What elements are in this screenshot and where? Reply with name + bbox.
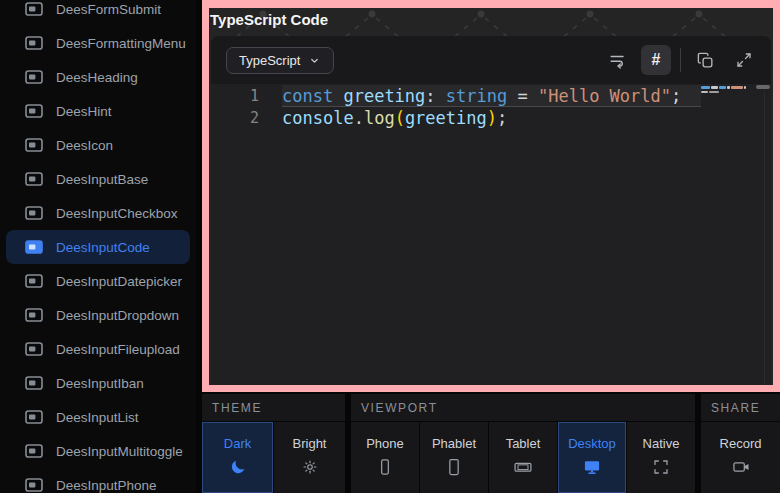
component-icon <box>25 240 43 254</box>
code-editor-area[interactable]: 1const greeting: string = "Hello World";… <box>211 84 771 385</box>
sidebar-item-label: DeesInputPhone <box>56 478 157 493</box>
word-wrap-icon <box>608 51 627 70</box>
sidebar-item-label: DeesInputMultitoggle <box>56 444 183 459</box>
sidebar-item-label: DeesInputBase <box>56 172 148 187</box>
sidebar-item-label: DeesInputDropdown <box>56 308 179 323</box>
editor-actions: # <box>602 45 759 75</box>
token-string: "Hello World" <box>538 86 671 106</box>
toolbar-buttons: DarkBrightPhonePhabletTabletDesktopNativ… <box>202 422 780 493</box>
theme-bright-button[interactable]: Bright <box>274 422 345 493</box>
copy-button[interactable] <box>690 45 720 75</box>
sidebar-item-deesformattingmenu[interactable]: DeesFormattingMenu <box>6 26 190 60</box>
token-keyword: string <box>446 86 507 106</box>
minimap-slider[interactable] <box>756 85 770 89</box>
scrollbar-track <box>764 92 765 385</box>
component-icon <box>25 2 43 16</box>
component-icon <box>25 410 43 424</box>
demo-surface: TypeScript Code TypeScript # <box>209 8 773 385</box>
share-record-button[interactable]: Record <box>701 422 780 493</box>
sidebar-item-deesinputbase[interactable]: DeesInputBase <box>6 162 190 196</box>
component-icon <box>25 172 43 186</box>
line-numbers-button[interactable]: # <box>641 45 671 75</box>
sidebar-item-label: DeesInputFileupload <box>56 342 180 357</box>
minimap[interactable] <box>701 86 753 95</box>
sun-icon <box>301 457 319 477</box>
component-icon <box>25 478 43 492</box>
demo-title: TypeScript Code <box>209 8 773 36</box>
fullscreen-button[interactable] <box>729 45 759 75</box>
tablet-icon <box>512 457 534 477</box>
line-number: 1 <box>211 85 282 107</box>
token-plain: = <box>507 86 538 106</box>
token-plain: ; <box>671 86 681 106</box>
button-label: Phablet <box>432 436 476 451</box>
hash-icon: # <box>652 51 661 69</box>
viewport-desktop-button[interactable]: Desktop <box>558 422 626 493</box>
section-theme: DarkBright <box>202 422 345 493</box>
main-panel: TypeScript Code TypeScript # <box>196 0 780 493</box>
sidebar-item-deesinputcheckbox[interactable]: DeesInputCheckbox <box>6 196 190 230</box>
code-line: 1const greeting: string = "Hello World"; <box>211 85 771 107</box>
token-plain <box>436 86 446 106</box>
token-keyword: const <box>282 86 333 106</box>
sidebar-item-deesinputcode[interactable]: DeesInputCode <box>6 230 190 264</box>
copy-icon <box>696 51 715 70</box>
sidebar: DeesFormSubmitDeesFormattingMenuDeesHead… <box>0 0 196 493</box>
language-select-label: TypeScript <box>239 53 300 68</box>
app-root: DeesFormSubmitDeesFormattingMenuDeesHead… <box>0 0 780 493</box>
language-select[interactable]: TypeScript <box>226 47 334 74</box>
button-label: Desktop <box>568 436 616 451</box>
component-icon <box>25 376 43 390</box>
section-share: Record <box>701 422 780 493</box>
sidebar-item-deesinputlist[interactable]: DeesInputList <box>6 400 190 434</box>
token-variable: greeting <box>405 108 487 128</box>
code-text: const greeting: string = "Hello World"; <box>282 85 701 107</box>
theme-dark-button[interactable]: Dark <box>202 422 273 493</box>
token-plain <box>333 86 343 106</box>
button-label: Tablet <box>506 436 541 451</box>
sidebar-item-label: DeesHeading <box>56 70 138 85</box>
section-label-share: SHARE <box>701 394 780 421</box>
section-label-theme: THEME <box>202 394 345 421</box>
sidebar-item-deesheading[interactable]: DeesHeading <box>6 60 190 94</box>
button-label: Record <box>720 436 762 451</box>
sidebar-item-label: DeesInputCheckbox <box>56 206 178 221</box>
viewport-phone-button[interactable]: Phone <box>351 422 419 493</box>
section-viewport: PhonePhabletTabletDesktopNative <box>351 422 695 493</box>
token-plain: ; <box>497 108 507 128</box>
component-icon <box>25 104 43 118</box>
sidebar-item-deesicon[interactable]: DeesIcon <box>6 128 190 162</box>
sidebar-item-deeshint[interactable]: DeesHint <box>6 94 190 128</box>
component-icon <box>25 308 43 322</box>
code-text: console.log(greeting); <box>282 107 701 129</box>
sidebar-item-label: DeesFormSubmit <box>56 2 161 17</box>
component-icon <box>25 70 43 84</box>
component-icon <box>25 36 43 50</box>
word-wrap-button[interactable] <box>602 45 632 75</box>
button-label: Bright <box>293 436 327 451</box>
sidebar-item-deesformsubmit[interactable]: DeesFormSubmit <box>6 0 190 26</box>
button-label: Dark <box>224 436 251 451</box>
token-plain: : <box>425 86 435 106</box>
viewport-native-button[interactable]: Native <box>627 422 695 493</box>
sidebar-item-label: DeesInputIban <box>56 376 144 391</box>
viewport-phablet-button[interactable]: Phablet <box>420 422 488 493</box>
sidebar-item-deesinputdropdown[interactable]: DeesInputDropdown <box>6 298 190 332</box>
viewport-tablet-button[interactable]: Tablet <box>489 422 557 493</box>
component-icon <box>25 138 43 152</box>
component-icon <box>25 342 43 356</box>
sidebar-item-deesinputfileupload[interactable]: DeesInputFileupload <box>6 332 190 366</box>
button-label: Native <box>643 436 680 451</box>
token-bracket: ) <box>487 108 497 128</box>
phablet-icon <box>444 457 464 477</box>
sidebar-item-deesinputmultitoggle[interactable]: DeesInputMultitoggle <box>6 434 190 468</box>
chevron-down-icon <box>308 54 321 67</box>
sidebar-item-label: DeesInputDatepicker <box>56 274 182 289</box>
sidebar-item-deesinputphone[interactable]: DeesInputPhone <box>6 468 190 493</box>
code-lines: 1const greeting: string = "Hello World";… <box>211 85 771 129</box>
desktop-icon <box>582 457 602 477</box>
sidebar-list: DeesFormSubmitDeesFormattingMenuDeesHead… <box>0 0 196 493</box>
sidebar-item-deesinputiban[interactable]: DeesInputIban <box>6 366 190 400</box>
sidebar-item-deesinputdatepicker[interactable]: DeesInputDatepicker <box>6 264 190 298</box>
component-icon <box>25 444 43 458</box>
